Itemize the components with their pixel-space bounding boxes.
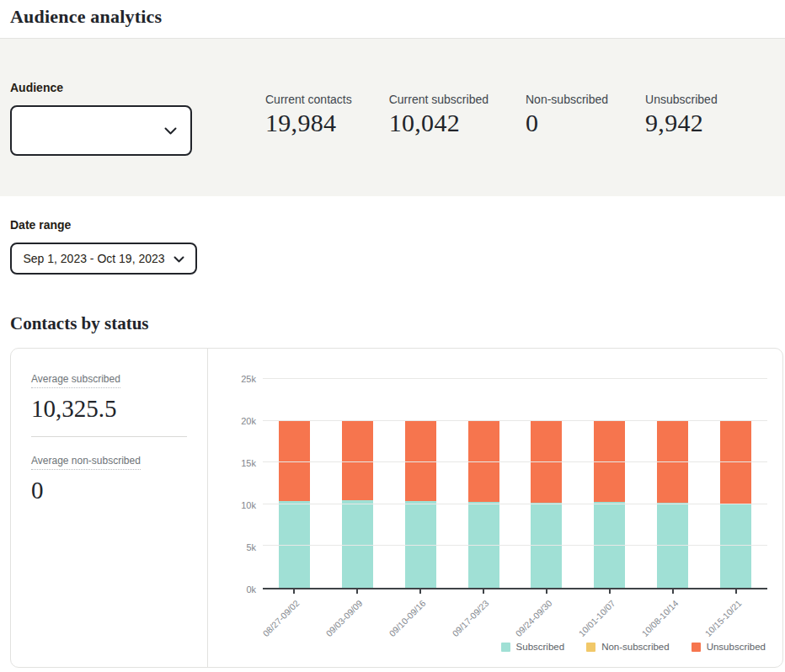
bar-stack-09/24-09/30 <box>531 379 562 588</box>
x-axis-cell: 09/10-09/16 <box>389 589 452 643</box>
x-axis-cell: 09/17-09/23 <box>452 589 515 643</box>
audience-field-label: Audience <box>10 81 192 94</box>
y-tick-label: 20k <box>218 416 256 426</box>
stat-value: 19,984 <box>265 109 352 137</box>
contacts-by-status-header: Contacts by status <box>0 275 785 334</box>
x-axis-label: 10/08-10/14 <box>639 598 680 638</box>
y-tick-label: 25k <box>218 374 256 384</box>
stat-current-contacts: Current contacts 19,984 <box>265 93 352 137</box>
average-subscribed-block: Average subscribed 10,325.5 <box>31 371 187 423</box>
x-axis-label: 09/10-09/16 <box>387 598 428 638</box>
stat-label: Current contacts <box>265 93 352 106</box>
bar-stack-10/15-10/21 <box>720 379 751 588</box>
y-tick-label: 5k <box>218 542 256 552</box>
stats-row: Current contacts 19,984 Current subscrib… <box>265 81 718 137</box>
x-axis-cell: 10/08-10/14 <box>641 589 704 643</box>
x-axis-label: 09/24-09/30 <box>513 598 553 638</box>
y-tick-label: 0k <box>218 584 256 595</box>
stat-value: 10,042 <box>389 109 489 137</box>
stat-current-subscribed: Current subscribed 10,042 <box>389 93 489 137</box>
x-axis-cell: 09/03-09/09 <box>326 589 389 643</box>
stat-value: 0 <box>526 109 608 137</box>
stat-unsubscribed: Unsubscribed 9,942 <box>645 93 718 137</box>
date-range-label: Date range <box>10 218 775 232</box>
legend-swatch-icon <box>586 643 595 652</box>
gridline <box>263 504 767 504</box>
gridline <box>263 420 767 421</box>
x-axis-tick <box>419 589 421 594</box>
stat-non-subscribed: Non-subscribed 0 <box>526 93 608 137</box>
x-axis-tick <box>546 589 547 594</box>
x-axis-label: 10/15-10/21 <box>702 598 743 638</box>
bar-segment-subscribed <box>342 500 373 588</box>
x-axis-tick <box>483 589 484 594</box>
audience-panel: Audience Current contacts 19,984 Current… <box>0 39 785 196</box>
date-range-value: Sep 1, 2023 - Oct 19, 2023 <box>23 252 164 265</box>
bar-stack-10/08-10/14 <box>657 379 688 588</box>
bar-segment-unsubscribed <box>279 420 310 501</box>
stat-label: Non-subscribed <box>526 93 608 106</box>
contacts-by-status-title: Contacts by status <box>10 313 775 334</box>
chart-y-axis: 0k5k10k15k20k25k <box>218 379 256 589</box>
contacts-by-status-card: Average subscribed 10,325.5 Average non-… <box>10 348 783 668</box>
bar-slot <box>452 379 515 588</box>
y-tick-label: 10k <box>218 500 256 510</box>
chart-plot <box>263 379 767 589</box>
stat-label: Unsubscribed <box>645 93 718 106</box>
average-non-subscribed-label: Average non-subscribed <box>31 455 141 470</box>
x-axis-label: 09/03-09/09 <box>324 598 365 638</box>
bar-slot <box>263 379 326 588</box>
legend-swatch-icon <box>501 643 510 652</box>
bar-slot <box>578 379 641 588</box>
chart-wrap: 0k5k10k15k20k25k <box>218 379 767 589</box>
chart-x-labels: 08/27-09/0209/03-09/0909/10-09/1609/17-0… <box>263 589 767 643</box>
bar-segment-unsubscribed <box>342 420 373 500</box>
x-axis-tick <box>609 589 611 594</box>
bar-stack-09/17-09/23 <box>468 379 499 588</box>
x-axis-label: 08/27-09/02 <box>261 598 302 638</box>
bar-slot <box>704 379 767 588</box>
x-axis-cell: 08/27-09/02 <box>263 589 326 643</box>
x-axis-tick <box>672 589 674 594</box>
chevron-down-icon <box>164 123 177 138</box>
bar-segment-subscribed <box>405 501 436 588</box>
x-axis-tick <box>735 589 737 594</box>
bar-slot <box>389 379 452 588</box>
averages-divider <box>31 436 187 437</box>
bar-segment-unsubscribed <box>594 420 625 502</box>
chart-panel: 0k5k10k15k20k25k 08/27-09/0209/03-09/090… <box>208 349 782 667</box>
chart-bars <box>263 379 767 588</box>
average-subscribed-label: Average subscribed <box>31 373 120 388</box>
page-header: Audience analytics <box>0 0 785 39</box>
bar-slot <box>326 379 389 588</box>
page-title: Audience analytics <box>10 6 775 28</box>
x-axis-label: 10/01-10/07 <box>576 598 617 638</box>
bar-slot <box>641 379 704 588</box>
gridline <box>263 378 767 379</box>
audience-field-group: Audience <box>10 81 192 156</box>
stat-value: 9,942 <box>645 109 718 137</box>
average-non-subscribed-value: 0 <box>31 477 187 504</box>
chevron-down-icon <box>174 252 184 265</box>
x-axis-cell: 10/01-10/07 <box>578 589 641 643</box>
bar-stack-10/01-10/07 <box>594 379 625 588</box>
gridline <box>263 545 767 546</box>
average-subscribed-value: 10,325.5 <box>31 395 187 423</box>
stat-label: Current subscribed <box>389 93 489 106</box>
bar-stack-09/03-09/09 <box>342 379 373 588</box>
legend-swatch-icon <box>692 643 701 652</box>
x-axis-cell: 10/15-10/21 <box>704 589 767 643</box>
x-axis-tick <box>356 589 358 594</box>
y-tick-label: 15k <box>218 458 256 468</box>
bar-slot <box>515 379 579 588</box>
gridline <box>263 461 767 462</box>
bar-stack-08/27-09/02 <box>279 379 310 588</box>
date-range-section: Date range Sep 1, 2023 - Oct 19, 2023 <box>0 196 785 275</box>
average-non-subscribed-block: Average non-subscribed 0 <box>31 452 187 504</box>
x-axis-cell: 09/24-09/30 <box>515 589 579 643</box>
audience-select[interactable] <box>10 105 192 156</box>
bar-segment-unsubscribed <box>405 420 436 501</box>
averages-panel: Average subscribed 10,325.5 Average non-… <box>11 349 208 667</box>
date-range-selector[interactable]: Sep 1, 2023 - Oct 19, 2023 <box>10 243 197 275</box>
x-axis-tick <box>293 589 295 594</box>
